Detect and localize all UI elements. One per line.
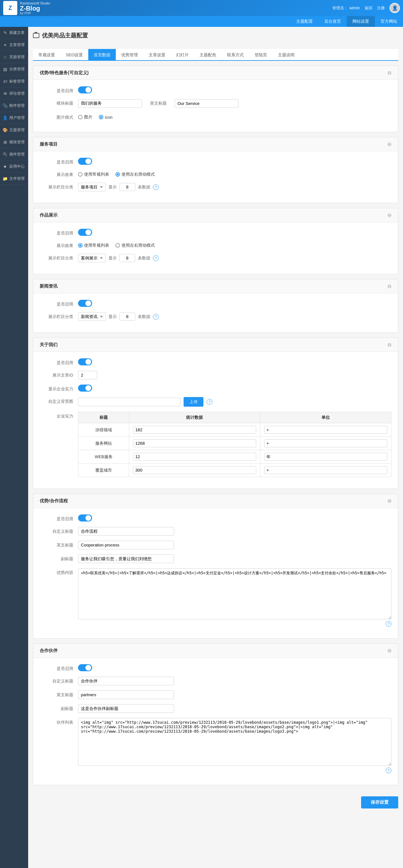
ctrl-content-flow: <h5>联系优美</h5>|<h5>了解需求</h5>|<h5>达成协议</h5… [78, 568, 392, 627]
radio-works-normal[interactable]: 使用常规列表 [78, 243, 109, 248]
input-count-service[interactable] [119, 183, 135, 191]
toggle-enable-partners[interactable] [78, 664, 92, 671]
form-row-enable-news: 是否启用 [40, 300, 392, 307]
section-advantage-flow-toggle[interactable]: ⊖ [387, 498, 392, 504]
input-count-works[interactable] [119, 254, 135, 262]
input-en-title-partners[interactable] [78, 690, 174, 699]
help-icon-service[interactable]: ? [153, 184, 159, 190]
radio-display-slide[interactable]: 使用左右滑动模式 [116, 172, 155, 177]
ctrl-strength-table: 标题 统计数据 单位 涉猎领域 服务网站 WEB服务 覆盖城市 [78, 412, 392, 477]
label-content-flow: 优势内容 [40, 568, 78, 576]
section-service-special-toggle[interactable]: ⊖ [387, 70, 392, 76]
tab-advantages[interactable]: 优势管理 [116, 49, 143, 61]
nav-theme-config[interactable]: 主题配置 [290, 16, 318, 27]
sidebar-item-modules[interactable]: ⊞ 模块管理 [0, 136, 28, 149]
help-icon-partner-list[interactable]: ? [386, 768, 392, 773]
nav-backend-home[interactable]: 后台首页 [318, 16, 347, 27]
sidebar-item-themes[interactable]: 🎨 主题管理 [0, 124, 28, 136]
input-stats[interactable] [133, 466, 256, 474]
input-unit[interactable] [264, 439, 387, 447]
back-link[interactable]: 返回 [365, 5, 372, 11]
toggle-enable-service[interactable] [78, 158, 92, 165]
help-icon-flow-content[interactable]: ? [386, 621, 392, 627]
sidebar-item-attachments[interactable]: 📎 附件管理 [0, 100, 28, 112]
tab-article-settings[interactable]: 文章设置 [143, 49, 171, 61]
nav-site-settings[interactable]: 网站设置 [347, 16, 375, 27]
select-category-service[interactable]: 服务项目 [78, 183, 106, 191]
sidebar-item-categories[interactable]: ▤ 分类管理 [0, 63, 28, 75]
textarea-content-flow[interactable]: <h5>联系优美</h5>|<h5>了解需求</h5>|<h5>达成协议</h5… [78, 568, 392, 619]
input-bg-image[interactable] [78, 398, 180, 406]
sidebar-item-app-center[interactable]: ★ 应用中心 [0, 161, 28, 173]
upload-btn[interactable]: 上传 [184, 397, 204, 407]
tab-slideshow[interactable]: 幻灯片 [171, 49, 194, 61]
ctrl-bg-image: 上传 ? [78, 397, 392, 407]
help-icon-bg[interactable]: ? [207, 399, 212, 405]
section-service-items-header: 服务项目 ⊖ [33, 137, 398, 151]
input-stats[interactable] [133, 453, 256, 461]
count-label-service: 条数据 [138, 184, 150, 190]
sidebar: ✎ 新建文章 ≡ 文章管理 □ 页面管理 ▤ 分类管理 🏷 标签管理 ✉ 评论管… [0, 27, 28, 868]
top-nav: 主题配置 后台首页 网站设置 官方网站 [0, 16, 403, 27]
textarea-partner-list[interactable]: <img alt="img" src="http://www.17sucai.c… [78, 718, 392, 766]
register-link[interactable]: 注册 [377, 5, 385, 11]
app-center-icon: ★ [3, 164, 8, 169]
input-article-id[interactable] [78, 371, 97, 379]
section-service-items-toggle[interactable]: ⊖ [387, 141, 392, 147]
input-stats[interactable] [133, 439, 256, 447]
toggle-enable-works[interactable] [78, 229, 92, 236]
radio-display-normal[interactable]: 使用常规列表 [78, 172, 109, 177]
input-module-title-en[interactable] [175, 99, 239, 108]
input-unit[interactable] [264, 426, 387, 434]
select-category-works[interactable]: 案例展示 [78, 254, 106, 262]
table-row: 服务网站 [79, 437, 392, 450]
section-news-toggle[interactable]: ⊖ [387, 283, 392, 289]
save-button[interactable]: 保存设置 [361, 796, 398, 808]
sidebar-item-plugins[interactable]: 🔌 插件管理 [0, 149, 28, 161]
help-icon-works[interactable]: ? [153, 255, 159, 261]
input-custom-title-flow[interactable] [78, 527, 174, 535]
toggle-enable-special[interactable] [78, 86, 92, 93]
radio-image-pic[interactable]: 图片 [78, 114, 92, 120]
sidebar-item-files[interactable]: 📁 文件管理 [0, 173, 28, 185]
input-count-news[interactable] [119, 313, 135, 320]
input-subtitle-partners[interactable] [78, 704, 174, 713]
section-about-toggle[interactable]: ⊖ [387, 342, 392, 348]
tab-theme-colors[interactable]: 主题配色 [194, 49, 222, 61]
section-works-toggle[interactable]: ⊖ [387, 212, 392, 218]
section-partners-toggle[interactable]: ⊖ [387, 648, 392, 654]
input-en-title-flow[interactable] [78, 541, 174, 549]
ctrl-category-works: 案例展示 显示 条数据 ? [78, 254, 392, 262]
input-stats[interactable] [133, 426, 256, 434]
label-category-works: 展示栏目分类 [40, 254, 78, 261]
tab-contact[interactable]: 联系方式 [222, 49, 249, 61]
table-row: 覆盖城市 [79, 464, 392, 477]
sidebar-item-comments[interactable]: ✉ 评论管理 [0, 88, 28, 100]
sidebar-item-new-article[interactable]: ✎ 新建文章 [0, 27, 28, 39]
input-module-title-cn[interactable] [78, 99, 142, 108]
tab-homepage-data[interactable]: 首页数据 [88, 49, 116, 61]
toggle-show-strength[interactable] [78, 384, 92, 392]
themes-icon: 🎨 [3, 128, 8, 132]
tab-general[interactable]: 常规设置 [33, 49, 60, 61]
tab-theme-desc[interactable]: 主题说明 [273, 49, 300, 61]
nav-official-site[interactable]: 官方网站 [375, 16, 403, 27]
radio-image-icon[interactable]: icon [99, 115, 113, 120]
ctrl-subtitle-partners [78, 704, 392, 713]
input-subtitle-flow[interactable] [78, 554, 174, 563]
tab-login-page[interactable]: 登陆页 [249, 49, 273, 61]
input-unit[interactable] [264, 453, 387, 461]
sidebar-item-pages[interactable]: □ 页面管理 [0, 51, 28, 63]
sidebar-item-users[interactable]: 👤 用户管理 [0, 112, 28, 124]
input-unit[interactable] [264, 466, 387, 474]
toggle-enable-about[interactable] [78, 358, 92, 365]
help-icon-news[interactable]: ? [153, 314, 159, 320]
toggle-enable-news[interactable] [78, 300, 92, 307]
sidebar-item-articles[interactable]: ≡ 文章管理 [0, 39, 28, 51]
radio-works-slide[interactable]: 使用左右滑动模式 [116, 243, 155, 248]
sidebar-item-tags[interactable]: 🏷 标签管理 [0, 75, 28, 88]
tab-seo[interactable]: SEO设置 [60, 49, 88, 61]
toggle-enable-flow[interactable] [78, 515, 92, 522]
input-custom-title-partners[interactable] [78, 677, 174, 685]
select-category-news[interactable]: 新闻资讯 [78, 312, 106, 321]
